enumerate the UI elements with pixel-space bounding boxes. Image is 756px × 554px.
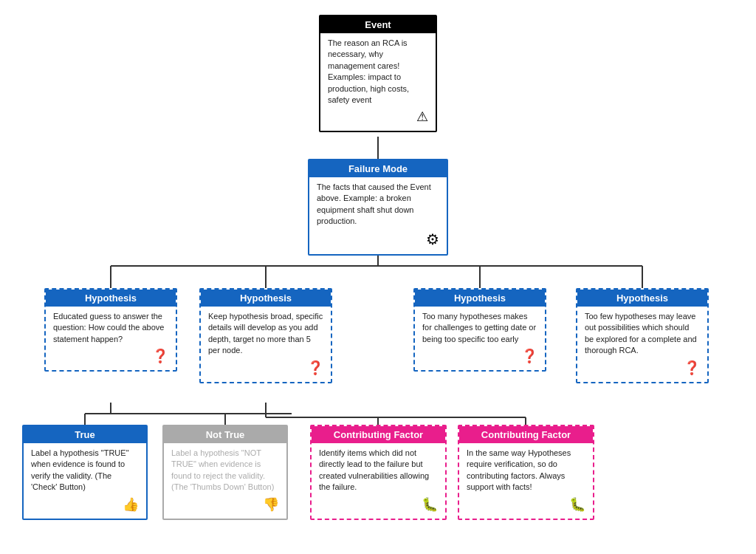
failure-icon: ⚙	[317, 230, 439, 248]
hypothesis-node-4: Hypothesis Too few hypotheses may leave …	[576, 288, 709, 383]
hypothesis-3-body: Too many hypotheses makes for challenges…	[422, 311, 537, 345]
true-body: Label a hypothesis "TRUE" when evidence …	[31, 448, 139, 493]
contributing-factor-node-2: Contributing Factor In the same way Hypo…	[458, 425, 594, 520]
true-title: True	[24, 426, 146, 443]
hypothesis-2-icon: ❓	[208, 360, 323, 376]
hypothesis-node-2: Hypothesis Keep hypothesis broad, specif…	[199, 288, 332, 383]
hypothesis-2-body: Keep hypothesis broad, specific details …	[208, 311, 323, 357]
not-true-node: Not True Label a hypothesis "NOT TRUE" w…	[162, 425, 288, 520]
event-body: The reason an RCA is necessary, why mana…	[328, 38, 428, 106]
hypothesis-3-icon: ❓	[422, 348, 537, 364]
not-true-icon: 👎	[171, 496, 279, 513]
hypothesis-node-1: Hypothesis Educated guess to answer the …	[44, 288, 177, 372]
contributing-2-icon: 🐛	[467, 496, 585, 513]
not-true-body: Label a hypothesis "NOT TRUE" when evide…	[171, 448, 279, 493]
contributing-2-body: In the same way Hypotheses require verif…	[467, 448, 585, 493]
contributing-1-body: Identify items which did not directly le…	[319, 448, 438, 493]
hypothesis-3-title: Hypothesis	[415, 290, 545, 307]
not-true-title: Not True	[164, 426, 286, 443]
failure-title: Failure Mode	[309, 160, 447, 177]
failure-body: The facts that caused the Event above. E…	[317, 182, 439, 228]
failure-mode-node: Failure Mode The facts that caused the E…	[308, 159, 448, 256]
contributing-1-title: Contributing Factor	[312, 426, 445, 443]
hypothesis-1-body: Educated guess to answer the question: H…	[53, 311, 168, 345]
contributing-factor-node-1: Contributing Factor Identify items which…	[310, 425, 447, 520]
true-node: True Label a hypothesis "TRUE" when evid…	[22, 425, 148, 520]
hypothesis-node-3: Hypothesis Too many hypotheses makes for…	[413, 288, 546, 372]
contributing-1-icon: 🐛	[319, 496, 438, 513]
event-icon: ⚠	[328, 109, 428, 125]
event-node: Event The reason an RCA is necessary, wh…	[319, 15, 437, 132]
event-title: Event	[320, 16, 436, 33]
contributing-2-title: Contributing Factor	[459, 426, 593, 443]
true-icon: 👍	[31, 496, 139, 513]
hypothesis-4-title: Hypothesis	[577, 290, 707, 307]
hypothesis-1-icon: ❓	[53, 348, 168, 364]
hypothesis-4-body: Too few hypotheses may leave out possibi…	[585, 311, 700, 357]
hypothesis-2-title: Hypothesis	[201, 290, 331, 307]
hypothesis-1-title: Hypothesis	[46, 290, 176, 307]
rca-diagram: Event The reason an RCA is necessary, wh…	[0, 0, 756, 554]
hypothesis-4-icon: ❓	[585, 360, 700, 376]
